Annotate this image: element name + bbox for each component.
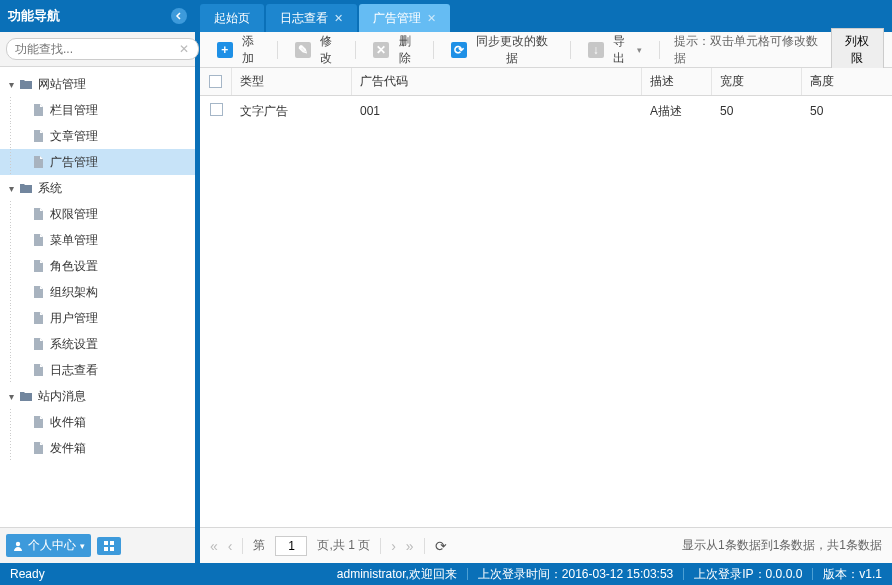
refresh-button[interactable]: ⟳: [435, 538, 447, 554]
tree-item[interactable]: ▾系统: [0, 175, 195, 201]
tree-item[interactable]: 广告管理: [0, 149, 195, 175]
export-label: 导出: [608, 33, 631, 67]
refresh-icon: ⟳: [451, 42, 467, 58]
next-page-button[interactable]: ›: [391, 538, 396, 554]
page-label: 第: [253, 537, 265, 554]
tree-item-label: 系统: [38, 180, 62, 197]
tree-item[interactable]: 用户管理: [0, 305, 195, 331]
status-version: 版本：v1.1: [823, 566, 882, 583]
svg-point-0: [16, 541, 20, 545]
close-icon[interactable]: ✕: [334, 12, 343, 25]
tree-item-label: 角色设置: [50, 258, 98, 275]
col-desc[interactable]: 描述: [642, 68, 712, 95]
caret-down-icon: ▾: [80, 541, 85, 551]
close-icon[interactable]: ✕: [427, 12, 436, 25]
user-center-button[interactable]: 个人中心 ▾: [6, 534, 91, 557]
separator: [467, 568, 468, 580]
file-icon: [30, 285, 46, 299]
tree-item[interactable]: 角色设置: [0, 253, 195, 279]
cell-width[interactable]: 50: [712, 104, 802, 118]
tree-item[interactable]: 文章管理: [0, 123, 195, 149]
table-row[interactable]: 文字广告001A描述5050: [200, 96, 892, 126]
cell-type[interactable]: 文字广告: [232, 103, 352, 120]
tree-item-label: 菜单管理: [50, 232, 98, 249]
search-input[interactable]: [6, 38, 199, 60]
cell-code[interactable]: 001: [352, 104, 642, 118]
tree-item[interactable]: ▾站内消息: [0, 383, 195, 409]
sidebar-header: 功能导航: [0, 0, 195, 32]
tree-item[interactable]: 收件箱: [0, 409, 195, 435]
file-icon: [30, 441, 46, 455]
cell-desc[interactable]: A描述: [642, 103, 712, 120]
sidebar-title: 功能导航: [8, 7, 60, 25]
pagination: « ‹ 第 页,共 1 页 › » ⟳ 显示从1条数据到1条数据，共1条数据: [200, 527, 892, 563]
tree-item-label: 广告管理: [50, 154, 98, 171]
delete-button[interactable]: ✕删除: [364, 28, 425, 72]
tree-item-label: 收件箱: [50, 414, 86, 431]
sidebar-tool-button[interactable]: [97, 537, 121, 555]
x-icon: ✕: [373, 42, 389, 58]
file-icon: [30, 207, 46, 221]
sidebar-footer: 个人中心 ▾: [0, 527, 195, 563]
file-icon: [30, 415, 46, 429]
separator: [277, 41, 278, 59]
separator: [683, 568, 684, 580]
first-page-button[interactable]: «: [210, 538, 218, 554]
last-page-button[interactable]: »: [406, 538, 414, 554]
file-icon: [30, 311, 46, 325]
col-type[interactable]: 类型: [232, 68, 352, 95]
tree-item[interactable]: 栏目管理: [0, 97, 195, 123]
file-icon: [30, 129, 46, 143]
separator: [812, 568, 813, 580]
tree-item-label: 栏目管理: [50, 102, 98, 119]
grid-body: 文字广告001A描述5050: [200, 96, 892, 527]
plus-icon: +: [217, 42, 233, 58]
tree-item[interactable]: 菜单管理: [0, 227, 195, 253]
content-area: 起始页日志查看✕广告管理✕ +添加 ✎修改 ✕删除 ⟳同步更改的数据 ↓导出▾ …: [200, 0, 892, 563]
file-icon: [30, 233, 46, 247]
checkbox-icon: [209, 75, 222, 88]
column-permission-button[interactable]: 列权限: [831, 28, 884, 72]
page-total-label: 页,共 1 页: [317, 537, 370, 554]
svg-rect-3: [104, 547, 108, 551]
sync-button[interactable]: ⟳同步更改的数据: [442, 28, 562, 72]
svg-rect-4: [110, 547, 114, 551]
tree-item[interactable]: 系统设置: [0, 331, 195, 357]
separator: [355, 41, 356, 59]
col-height[interactable]: 高度: [802, 68, 892, 95]
sidebar-collapse-button[interactable]: [171, 8, 187, 24]
export-button[interactable]: ↓导出▾: [579, 28, 651, 72]
col-code[interactable]: 广告代码: [352, 68, 642, 95]
tree-item[interactable]: ▾网站管理: [0, 71, 195, 97]
file-icon: [30, 259, 46, 273]
user-center-label: 个人中心: [28, 537, 76, 554]
separator: [380, 538, 381, 554]
svg-rect-1: [104, 541, 108, 545]
checkbox-icon[interactable]: [210, 103, 223, 116]
toolbar-hint: 提示：双击单元格可修改数据: [674, 33, 827, 67]
tree-item[interactable]: 组织架构: [0, 279, 195, 305]
folder-icon: [18, 181, 34, 195]
clear-icon[interactable]: ✕: [179, 42, 189, 56]
svg-rect-2: [110, 541, 114, 545]
add-label: 添加: [237, 33, 260, 67]
edit-label: 修改: [315, 33, 338, 67]
tree-item-label: 权限管理: [50, 206, 98, 223]
add-button[interactable]: +添加: [208, 28, 269, 72]
cell-height[interactable]: 50: [802, 104, 892, 118]
prev-page-button[interactable]: ‹: [228, 538, 233, 554]
select-all-cell[interactable]: [200, 68, 232, 95]
tree-item[interactable]: 权限管理: [0, 201, 195, 227]
edit-button[interactable]: ✎修改: [286, 28, 347, 72]
nav-tree: ▾网站管理栏目管理文章管理广告管理▾系统权限管理菜单管理角色设置组织架构用户管理…: [0, 67, 195, 527]
sidebar: 功能导航 ✕ ▾网站管理栏目管理文章管理广告管理▾系统权限管理菜单管理角色设置组…: [0, 0, 200, 563]
grid-icon: [103, 540, 115, 552]
tree-item[interactable]: 日志查看: [0, 357, 195, 383]
tree-item-label: 文章管理: [50, 128, 98, 145]
toolbar: +添加 ✎修改 ✕删除 ⟳同步更改的数据 ↓导出▾ 提示：双击单元格可修改数据 …: [200, 32, 892, 68]
col-width[interactable]: 宽度: [712, 68, 802, 95]
tree-item[interactable]: 发件箱: [0, 435, 195, 461]
page-input[interactable]: [275, 536, 307, 556]
tree-item-label: 网站管理: [38, 76, 86, 93]
tree-item-label: 发件箱: [50, 440, 86, 457]
